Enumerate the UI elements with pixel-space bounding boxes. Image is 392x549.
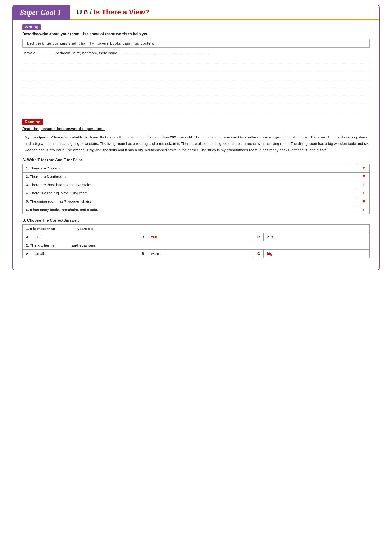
read-instruction: Read the passage then answer the questio… bbox=[22, 127, 370, 131]
writing-line-4[interactable] bbox=[22, 81, 370, 88]
page-container: Super Goal 1 U 6 / Is There a View? Writ… bbox=[12, 5, 380, 270]
mcq-option-letter: C bbox=[254, 233, 263, 241]
tf-answer: F bbox=[358, 173, 370, 181]
header-title: U 6 / Is There a View? bbox=[77, 8, 149, 16]
tf-statement: 6. It has many books, armchairs, and a s… bbox=[22, 206, 358, 214]
mcq-option-value: big bbox=[263, 250, 370, 258]
header-logo: Super Goal 1 bbox=[13, 5, 70, 20]
writing-line-7[interactable] bbox=[22, 105, 370, 112]
writing-line-1[interactable] bbox=[22, 57, 370, 64]
tf-statement: 1. There are 7 rooms. bbox=[22, 164, 358, 173]
reading-section: Reading Read the passage then answer the… bbox=[22, 119, 370, 258]
mcq-option-value: small bbox=[32, 250, 138, 258]
writing-line-5[interactable] bbox=[22, 89, 370, 96]
mcq-table: 1. It is more than __________ years oldA… bbox=[22, 225, 370, 258]
writing-line-2[interactable] bbox=[22, 65, 370, 72]
tf-statement: 2. There are 3 bathrooms. bbox=[22, 173, 358, 181]
header: Super Goal 1 U 6 / Is There a View? bbox=[13, 5, 379, 20]
mcq-question-row: 2. The kitchen is ________and spacious bbox=[22, 241, 370, 250]
content-area: Writing Describe/write about your room. … bbox=[13, 20, 379, 263]
tf-answer: T bbox=[358, 164, 370, 173]
writing-prompt: I have a _________ bedroom. In my bedroo… bbox=[22, 51, 370, 55]
mcq-option-value: 300 bbox=[32, 233, 138, 241]
writing-line-6[interactable] bbox=[22, 97, 370, 104]
tf-row: 2. There are 3 bathrooms. F bbox=[22, 173, 370, 181]
tf-answer: T bbox=[358, 189, 370, 197]
tf-statement: 4. There is a red rug in the living room bbox=[22, 189, 358, 197]
mcq-option-letter: B bbox=[138, 250, 148, 258]
tf-heading: A. Write T for true And F for False bbox=[22, 158, 370, 162]
tf-table: 1. There are 7 rooms. T 2. There are 3 b… bbox=[22, 164, 370, 214]
mcq-option-value: 210 bbox=[263, 233, 370, 241]
writing-section: Writing Describe/write about your room. … bbox=[22, 24, 370, 112]
reading-label: Reading bbox=[22, 119, 43, 125]
mcq-heading: B. Choose The Correct Answer: bbox=[22, 218, 370, 223]
tf-answer: F bbox=[358, 181, 370, 189]
mcq-option-letter: C bbox=[254, 250, 263, 258]
header-title-area: U 6 / Is There a View? bbox=[70, 5, 379, 20]
tf-row: 4. There is a red rug in the living room… bbox=[22, 189, 370, 197]
word-list: bed desk rug curtains shelf chair TV flo… bbox=[22, 39, 370, 48]
mcq-option-letter: B bbox=[138, 233, 148, 241]
tf-row: 1. There are 7 rooms. T bbox=[22, 164, 370, 173]
tf-answer: T bbox=[358, 206, 370, 214]
tf-row: 3. There are three bedrooms downstairs F bbox=[22, 181, 370, 189]
tf-row: 5. The dining room has 7 wooden chairs F bbox=[22, 197, 370, 206]
mcq-option-letter: A bbox=[22, 250, 32, 258]
tf-row: 6. It has many books, armchairs, and a s… bbox=[22, 206, 370, 214]
tf-statement: 3. There are three bedrooms downstairs bbox=[22, 181, 358, 189]
tf-answer: F bbox=[358, 197, 370, 206]
writing-instruction: Describe/write about your room. Use some… bbox=[22, 32, 370, 36]
mcq-options-row: AsmallBwarmCbig bbox=[22, 250, 370, 258]
mcq-question-text: 2. The kitchen is ________and spacious bbox=[22, 241, 370, 250]
mcq-question-text: 1. It is more than __________ years old bbox=[22, 225, 370, 233]
title-prefix: U 6 / bbox=[77, 8, 94, 16]
mcq-option-letter: A bbox=[22, 233, 32, 241]
logo-text: Super Goal 1 bbox=[20, 8, 61, 17]
tf-statement: 5. The dining room has 7 wooden chairs bbox=[22, 197, 358, 206]
mcq-option-value: warm bbox=[148, 250, 254, 258]
writing-label: Writing bbox=[22, 24, 41, 30]
mcq-question-row: 1. It is more than __________ years old bbox=[22, 225, 370, 233]
mcq-option-value: 200 bbox=[148, 233, 254, 241]
title-colored: Is There a View? bbox=[94, 8, 150, 16]
writing-line-3[interactable] bbox=[22, 73, 370, 80]
mcq-options-row: A300B200C210 bbox=[22, 233, 370, 241]
passage-text: My grandparents' house is probably the h… bbox=[22, 134, 370, 153]
